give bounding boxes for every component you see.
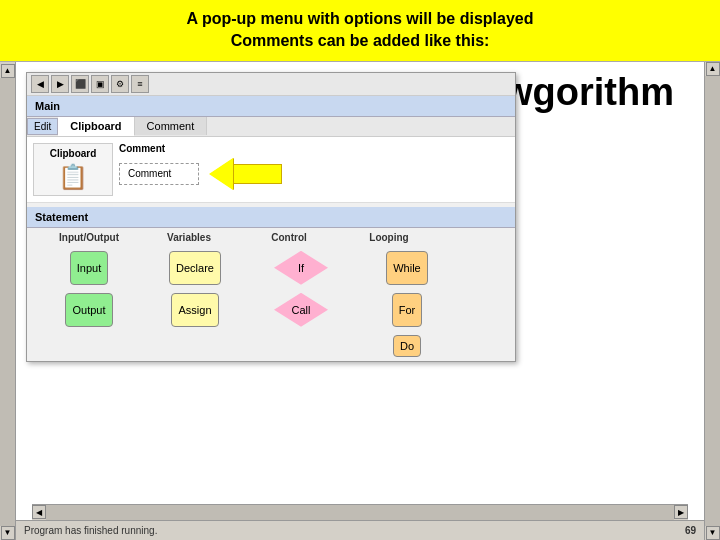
toolbar-btn-2[interactable]: ▶ xyxy=(51,75,69,93)
h-scroll-track xyxy=(46,505,674,520)
declare-button[interactable]: Declare xyxy=(169,251,221,285)
scroll-up-arrow[interactable]: ▲ xyxy=(1,64,15,78)
comment-section: Comment Comment xyxy=(119,143,282,196)
right-scrollbar[interactable]: ▲ ▼ xyxy=(704,62,720,540)
window-toolbar: ◀ ▶ ⬛ ▣ ⚙ ≡ xyxy=(27,73,515,96)
scroll-up-right[interactable]: ▲ xyxy=(706,62,720,76)
banner-line1: A pop-up menu with options will be displ… xyxy=(10,8,710,30)
toolbar-btn-6[interactable]: ≡ xyxy=(131,75,149,93)
comment-input-box[interactable]: Comment xyxy=(119,163,199,185)
category-variables: Variables xyxy=(139,232,239,243)
toolbar-btn-1[interactable]: ◀ xyxy=(31,75,49,93)
call-button[interactable]: Call xyxy=(274,293,328,327)
do-button[interactable]: Do xyxy=(393,335,421,357)
status-bar: Program has finished running. 69 xyxy=(16,520,704,540)
comment-input-area: Comment xyxy=(119,158,282,190)
scroll-track-right xyxy=(705,76,720,526)
center-panel: Flowgorithm ◀ ▶ ⬛ ▣ ⚙ ≡ Main Edit Clipbo… xyxy=(16,62,704,540)
clipboard-section: Clipboard 📋 xyxy=(33,143,113,196)
scroll-down-right[interactable]: ▼ xyxy=(706,526,720,540)
banner-line2: Comments can be added like this: xyxy=(10,30,710,52)
output-button[interactable]: Output xyxy=(65,293,112,327)
assign-button[interactable]: Assign xyxy=(171,293,218,327)
arrow-body xyxy=(232,164,282,184)
edit-label: Edit xyxy=(27,118,58,135)
clipboard-icon: 📋 xyxy=(58,163,88,191)
tab-comment[interactable]: Comment xyxy=(135,117,208,135)
main-area: ▲ ▼ Flowgorithm ◀ ▶ ⬛ ▣ ⚙ ≡ Main xyxy=(0,62,720,540)
page-number: 69 xyxy=(685,525,696,536)
arrow-head xyxy=(209,158,233,190)
if-button[interactable]: If xyxy=(274,251,328,285)
yellow-arrow-container xyxy=(209,158,282,190)
category-input-output: Input/Output xyxy=(39,232,139,243)
scroll-track-left xyxy=(0,78,15,526)
status-text: Program has finished running. xyxy=(24,525,157,536)
comment-box-label: Comment xyxy=(119,143,282,154)
main-section-header: Main xyxy=(27,96,515,117)
bottom-scrollbar[interactable]: ◀ ▶ xyxy=(32,504,688,520)
statement-section-header: Statement xyxy=(27,207,515,228)
category-headers: Input/Output Variables Control Looping xyxy=(31,228,515,247)
toolbar-btn-5[interactable]: ⚙ xyxy=(111,75,129,93)
statement-row-2: Output Assign Call For xyxy=(31,289,515,331)
for-button[interactable]: For xyxy=(392,293,423,327)
statement-row-3: Do xyxy=(31,331,515,361)
tab-clipboard[interactable]: Clipboard xyxy=(58,117,134,136)
input-button[interactable]: Input xyxy=(70,251,108,285)
category-control: Control xyxy=(239,232,339,243)
scroll-right-arrow[interactable]: ▶ xyxy=(674,505,688,519)
main-section-label: Main xyxy=(35,100,60,112)
clipboard-section-label: Clipboard xyxy=(50,148,97,159)
scroll-down-arrow[interactable]: ▼ xyxy=(1,526,15,540)
toolbar-btn-4[interactable]: ▣ xyxy=(91,75,109,93)
edit-area: Clipboard 📋 Comment Comment xyxy=(27,137,515,203)
category-looping: Looping xyxy=(339,232,439,243)
inner-window: ◀ ▶ ⬛ ▣ ⚙ ≡ Main Edit Clipboard Comment xyxy=(26,72,516,362)
statement-row-1: Input Declare If While xyxy=(31,247,515,289)
while-button[interactable]: While xyxy=(386,251,428,285)
toolbar-btn-3[interactable]: ⬛ xyxy=(71,75,89,93)
scroll-left-arrow[interactable]: ◀ xyxy=(32,505,46,519)
comment-box-text: Comment xyxy=(128,168,171,179)
top-banner: A pop-up menu with options will be displ… xyxy=(0,0,720,62)
left-scrollbar[interactable]: ▲ ▼ xyxy=(0,62,16,540)
